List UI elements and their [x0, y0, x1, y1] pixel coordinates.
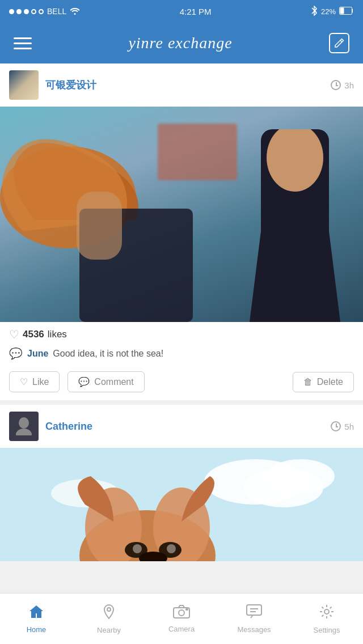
tab-messages[interactable]: Messages	[226, 604, 282, 634]
app-header: yinre exchange	[0, 23, 363, 63]
dot-5	[39, 9, 44, 14]
likes-number: 4536	[23, 329, 44, 340]
tab-settings-label: Settings	[314, 626, 340, 634]
bluetooth-icon	[311, 6, 318, 18]
likes-count: ♡ 4536 likes	[9, 328, 67, 341]
tab-bar: Home Nearby Camera	[0, 593, 363, 644]
comment-bubble-icon: 💬	[9, 347, 23, 360]
signal-dots	[9, 9, 44, 14]
post-1-username[interactable]: 可银爱设计	[45, 78, 324, 92]
dog-scene	[0, 448, 363, 561]
menu-button[interactable]	[14, 37, 32, 49]
dot-4	[31, 9, 36, 14]
svg-point-7	[19, 417, 29, 429]
tab-camera-label: Camera	[168, 625, 195, 633]
figure-right	[238, 129, 352, 322]
svg-rect-25	[186, 609, 188, 610]
nearby-icon	[102, 604, 116, 624]
home-icon	[28, 604, 44, 623]
clock-icon-1	[331, 80, 341, 90]
carrier-label: BELL	[47, 7, 66, 16]
svg-rect-26	[247, 605, 261, 615]
status-left: BELL	[9, 7, 80, 16]
heart-icon: ♡	[9, 328, 19, 341]
dot-2	[16, 9, 22, 14]
svg-point-12	[244, 468, 323, 507]
battery-percentage: 22%	[321, 7, 336, 16]
svg-rect-1	[340, 7, 344, 14]
tab-nearby-label: Nearby	[97, 626, 121, 634]
svg-point-29	[324, 609, 329, 614]
comment-text: Good idea, it is not the sea!	[53, 349, 163, 359]
svg-rect-4	[77, 192, 122, 260]
menu-line-2	[14, 43, 32, 44]
camera-icon	[173, 605, 190, 622]
post-1-time: 3h	[331, 80, 354, 90]
dot-3	[24, 9, 29, 14]
post-2-header: Catherine 5h	[0, 405, 363, 448]
post-card-1: 可银爱设计 3h	[0, 63, 363, 400]
delete-button-label: Delete	[317, 377, 343, 387]
menu-line-3	[14, 48, 32, 49]
post-2-time-label: 5h	[344, 422, 354, 431]
tab-camera[interactable]: Camera	[153, 605, 210, 633]
app-title: yinre exchange	[128, 34, 232, 52]
tab-settings[interactable]: Settings	[298, 604, 355, 634]
post-2-time: 5h	[331, 421, 354, 431]
avatar-image-1	[9, 70, 39, 100]
status-time: 4:21 PM	[180, 7, 212, 16]
tab-nearby[interactable]: Nearby	[81, 604, 137, 634]
comment-button-label: Comment	[94, 377, 133, 387]
dot-1	[9, 9, 14, 14]
commenter-name[interactable]: June	[27, 349, 48, 359]
post-1-action-row: ♡ Like 💬 Comment 🗑 Delete	[0, 366, 363, 400]
avatar-image-2	[9, 412, 39, 441]
wifi-icon	[70, 7, 80, 16]
post-1-time-label: 3h	[344, 80, 354, 90]
post-1-comment-row: 💬 June Good idea, it is not the sea!	[0, 345, 363, 366]
post-1-header: 可银爱设计 3h	[0, 63, 363, 107]
battery-icon	[339, 7, 354, 16]
tab-home[interactable]: Home	[8, 604, 65, 634]
like-button[interactable]: ♡ Like	[9, 371, 60, 392]
tab-messages-label: Messages	[237, 625, 271, 634]
likes-label: likes	[48, 329, 67, 340]
status-right: 22%	[311, 6, 354, 18]
tab-home-label: Home	[27, 625, 47, 634]
comment-icon: 💬	[78, 376, 90, 387]
post-card-2: Catherine 5h	[0, 405, 363, 561]
svg-point-19	[133, 544, 142, 553]
post-1-image[interactable]	[0, 107, 363, 322]
menu-line-1	[14, 37, 32, 39]
post-1-avatar[interactable]	[9, 70, 39, 100]
edit-button[interactable]	[329, 33, 349, 53]
post-2-username[interactable]: Catherine	[45, 421, 324, 433]
delete-icon: 🗑	[303, 377, 313, 387]
clock-icon-2	[331, 421, 341, 431]
status-bar: BELL 4:21 PM 22%	[0, 0, 363, 23]
svg-point-20	[167, 544, 176, 553]
like-icon: ♡	[20, 376, 28, 387]
svg-point-22	[107, 608, 111, 611]
feed-container: 可银爱设计 3h	[0, 63, 363, 593]
svg-point-24	[179, 610, 184, 616]
like-button-label: Like	[32, 377, 49, 387]
post-1-likes-row: ♡ 4536 likes	[0, 322, 363, 345]
messages-icon	[246, 604, 262, 623]
face-blur-overlay	[158, 124, 237, 180]
post-2-image[interactable]	[0, 448, 363, 561]
comment-button[interactable]: 💬 Comment	[67, 371, 144, 392]
delete-button[interactable]: 🗑 Delete	[293, 372, 354, 392]
post-2-avatar[interactable]	[9, 412, 39, 441]
settings-icon	[319, 604, 335, 624]
svg-point-8	[16, 429, 32, 435]
